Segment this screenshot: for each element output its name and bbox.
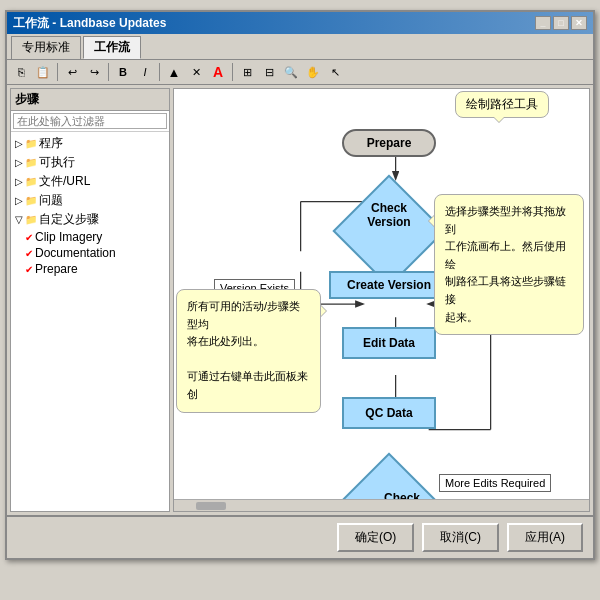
tree-item-custom[interactable]: ▽ 📁 自定义步骤: [13, 210, 167, 229]
callout-path-tool: 绘制路径工具: [455, 91, 549, 118]
tree-item-prepare[interactable]: ✔ Prepare: [13, 261, 167, 277]
close-button[interactable]: ✕: [571, 16, 587, 30]
main-window: 工作流 - Landbase Updates _ □ ✕ 专用标准 工作流 ⎘ …: [5, 10, 595, 560]
node-create-version[interactable]: Create Version: [329, 271, 449, 299]
folder-icon-2: 📁: [25, 157, 37, 168]
tree-label-5: 自定义步骤: [39, 211, 99, 228]
tree-label-6: Clip Imagery: [35, 230, 102, 244]
node-check-bottom-label: Check: [367, 491, 437, 499]
bottom-bar: 确定(O) 取消(C) 应用(A): [7, 515, 593, 558]
expand-icon-4: ▷: [13, 195, 25, 206]
tab-bar: 专用标准 工作流: [11, 36, 589, 59]
folder-icon-4: 📁: [25, 195, 37, 206]
title-bar: 工作流 - Landbase Updates _ □ ✕: [7, 12, 593, 34]
minimize-button[interactable]: _: [535, 16, 551, 30]
callout-path-text: 绘制路径工具: [466, 97, 538, 111]
toolbar-sep-1: [57, 63, 58, 81]
h-scrollbar[interactable]: [174, 499, 589, 511]
tree-label-3: 文件/URL: [39, 173, 90, 190]
tree-label-8: Prepare: [35, 262, 78, 276]
callout-step-text: 选择步骤类型并将其拖放到工作流画布上。然后使用绘制路径工具将这些步骤链接起来。: [445, 205, 566, 323]
tab-zhuanyong[interactable]: 专用标准: [11, 36, 81, 59]
tree-label-2: 可执行: [39, 154, 75, 171]
ok-button[interactable]: 确定(O): [337, 523, 414, 552]
tree-item-clip[interactable]: ✔ Clip Imagery: [13, 229, 167, 245]
toolbar-italic-btn[interactable]: I: [135, 62, 155, 82]
tree-label-4: 问题: [39, 192, 63, 209]
more-edits-label: More Edits Required: [439, 474, 551, 492]
toolbar-sep-2: [108, 63, 109, 81]
panel-title: 步骤: [11, 89, 169, 111]
tree-item-exec[interactable]: ▷ 📁 可执行: [13, 153, 167, 172]
folder-icon-3: 📁: [25, 176, 37, 187]
tree-item-program[interactable]: ▷ 📁 程序: [13, 134, 167, 153]
expand-icon-1: ▷: [13, 138, 25, 149]
tree-item-question[interactable]: ▷ 📁 问题: [13, 191, 167, 210]
toolbar-sep-3: [159, 63, 160, 81]
tree-label-1: 程序: [39, 135, 63, 152]
toolbar-copy-btn[interactable]: ⎘: [11, 62, 31, 82]
maximize-button[interactable]: □: [553, 16, 569, 30]
toolbar-hand-btn[interactable]: ✋: [303, 62, 323, 82]
main-area: 步骤 ▷ 📁 程序 ▷ 📁 可执行 ▷: [7, 85, 593, 515]
filter-input[interactable]: [13, 113, 167, 129]
cancel-button[interactable]: 取消(C): [422, 523, 499, 552]
node-check-label: CheckVersion: [354, 201, 424, 230]
node-create-label: Create Version: [347, 278, 431, 292]
tree: ▷ 📁 程序 ▷ 📁 可执行 ▷ 📁 文件/URL: [11, 132, 169, 511]
node-prepare-label: Prepare: [367, 136, 412, 150]
toolbar-zoom-btn[interactable]: 🔍: [281, 62, 301, 82]
outer-window: 工作流 - Landbase Updates _ □ ✕ 专用标准 工作流 ⎘ …: [0, 0, 600, 570]
node-qc-data[interactable]: QC Data: [342, 397, 436, 429]
toolbar-align-btn[interactable]: ⊟: [259, 62, 279, 82]
check-icon-2: ✔: [25, 248, 33, 259]
check-icon-3: ✔: [25, 264, 33, 275]
window-title: 工作流 - Landbase Updates: [13, 15, 533, 32]
expand-icon-3: ▷: [13, 176, 25, 187]
toolbar-select-btn[interactable]: ↖: [325, 62, 345, 82]
callout-left-panel: 所有可用的活动/步骤类型均将在此处列出。可通过右键单击此面板来创: [176, 289, 321, 413]
toolbar-sep-4: [232, 63, 233, 81]
toolbar-undo-btn[interactable]: ↩: [62, 62, 82, 82]
folder-icon-1: 📁: [25, 138, 37, 149]
node-edit-label: Edit Data: [363, 336, 415, 350]
canvas-area[interactable]: 绘制路径工具 选择步骤类型并将其拖放到工作流画布上。然后使用绘制路径工具将这些步…: [173, 88, 590, 512]
folder-icon-5: 📁: [25, 214, 37, 225]
apply-button[interactable]: 应用(A): [507, 523, 583, 552]
callout-left-text: 所有可用的活动/步骤类型均将在此处列出。可通过右键单击此面板来创: [187, 300, 308, 400]
toolbar-text-btn[interactable]: A: [208, 62, 228, 82]
tree-label-7: Documentation: [35, 246, 116, 260]
scroll-thumb: [196, 502, 226, 510]
toolbar-fill-btn[interactable]: ▲: [164, 62, 184, 82]
menu-bar: 专用标准 工作流: [7, 34, 593, 59]
callout-step-type: 选择步骤类型并将其拖放到工作流画布上。然后使用绘制路径工具将这些步骤链接起来。: [434, 194, 584, 335]
expand-icon-5: ▽: [13, 214, 25, 225]
tree-item-doc[interactable]: ✔ Documentation: [13, 245, 167, 261]
toolbar-bold-btn[interactable]: B: [113, 62, 133, 82]
toolbar-redo-btn[interactable]: ↪: [84, 62, 104, 82]
panel-filter: [11, 111, 169, 132]
toolbar-line-btn[interactable]: ✕: [186, 62, 206, 82]
tab-workflow[interactable]: 工作流: [83, 36, 141, 59]
toolbar-paste-btn[interactable]: 📋: [33, 62, 53, 82]
node-edit-data[interactable]: Edit Data: [342, 327, 436, 359]
toolbar-grid-btn[interactable]: ⊞: [237, 62, 257, 82]
tree-item-file[interactable]: ▷ 📁 文件/URL: [13, 172, 167, 191]
node-qc-label: QC Data: [365, 406, 412, 420]
left-panel: 步骤 ▷ 📁 程序 ▷ 📁 可执行 ▷: [10, 88, 170, 512]
check-icon-1: ✔: [25, 232, 33, 243]
more-edits-text: More Edits Required: [445, 477, 545, 489]
node-prepare[interactable]: Prepare: [342, 129, 436, 157]
toolbar: ⎘ 📋 ↩ ↪ B I ▲ ✕ A ⊞ ⊟ 🔍 ✋ ↖: [7, 59, 593, 85]
expand-icon-2: ▷: [13, 157, 25, 168]
